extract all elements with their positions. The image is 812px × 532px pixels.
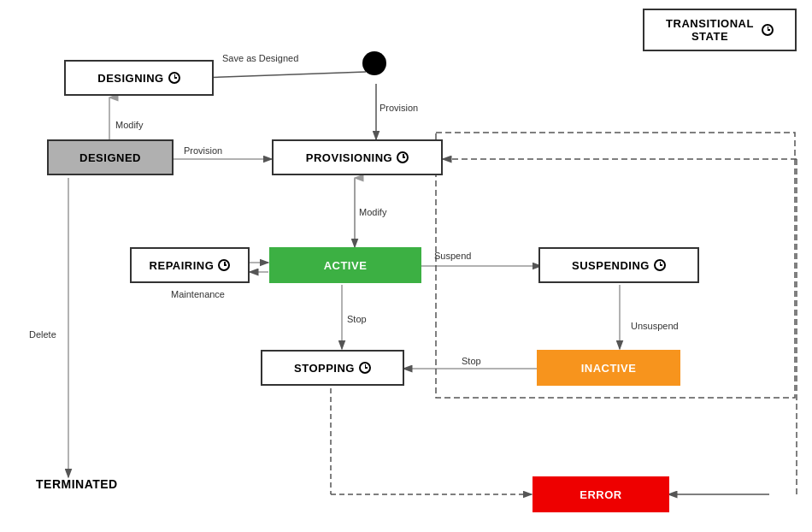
- active-label: ACTIVE: [324, 259, 368, 272]
- designing-clock-icon: [168, 72, 180, 84]
- legend-clock-icon: [762, 24, 774, 36]
- repairing-state: REPAIRING: [130, 247, 250, 283]
- designing-label: DESIGNING: [97, 72, 163, 85]
- designed-label: DESIGNED: [79, 151, 141, 164]
- provision-to-provisioning-label: Provision: [184, 145, 222, 156]
- suspending-clock-icon: [654, 259, 666, 271]
- stopping-clock-icon: [359, 362, 371, 374]
- suspending-state: SUSPENDING: [538, 247, 699, 283]
- suspending-label: SUSPENDING: [572, 259, 650, 272]
- stop-inactive-label: Stop: [462, 356, 481, 366]
- active-state: ACTIVE: [269, 247, 421, 283]
- stop-active-label: Stop: [347, 314, 367, 324]
- inactive-state: INACTIVE: [537, 350, 680, 386]
- repairing-label: REPAIRING: [150, 259, 215, 272]
- error-state: ERROR: [533, 476, 669, 512]
- stopping-state: STOPPING: [261, 350, 404, 386]
- save-as-designed-label: Save as Designed: [222, 53, 298, 63]
- transitional-state-legend: TRANSITIONALSTATE: [643, 9, 797, 51]
- transitional-state-label: TRANSITIONALSTATE: [666, 17, 754, 43]
- repairing-clock-icon: [218, 259, 230, 271]
- provisioning-label: PROVISIONING: [306, 151, 392, 164]
- stopping-label: STOPPING: [294, 362, 355, 375]
- state-diagram: DESIGNING DESIGNED PROVISIONING REPAIRIN…: [0, 0, 812, 532]
- provisioning-state: PROVISIONING: [272, 139, 443, 175]
- designed-state: DESIGNED: [47, 139, 174, 175]
- provision-from-dot-label: Provision: [380, 103, 418, 113]
- initial-state-dot: [362, 51, 386, 75]
- suspend-label: Suspend: [434, 251, 471, 261]
- modify-to-designing-label: Modify: [115, 120, 143, 130]
- unsuspend-label: Unsuspend: [631, 321, 679, 331]
- delete-label: Delete: [29, 329, 56, 340]
- error-label: ERROR: [580, 488, 621, 501]
- modify-in-provisioning-label: Modify: [359, 207, 386, 217]
- designing-state: DESIGNING: [64, 60, 214, 96]
- inactive-label: INACTIVE: [581, 362, 637, 375]
- terminated-state: TERMINATED: [36, 477, 118, 491]
- maintenance-label: Maintenance: [171, 289, 225, 299]
- svg-line-5: [199, 72, 366, 78]
- provisioning-clock-icon: [397, 151, 409, 163]
